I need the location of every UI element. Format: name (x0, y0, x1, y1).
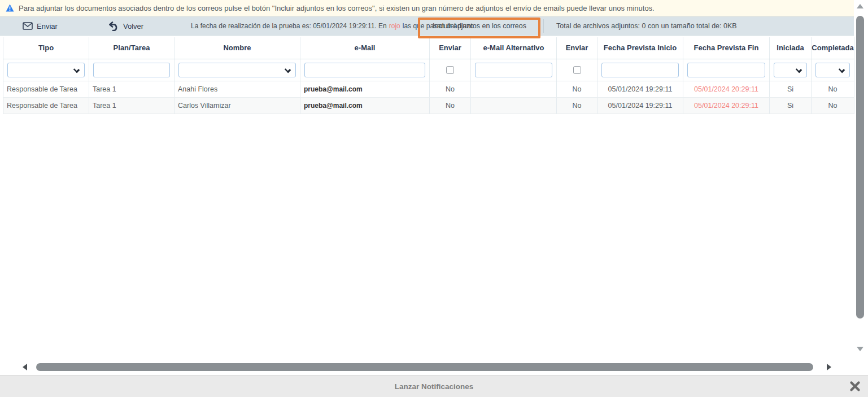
cell-iniciada: Si (770, 97, 812, 114)
cell-fecha-prevista-fin: 05/01/2024 20:29:11 (683, 81, 770, 97)
plan-tarea-filter-input[interactable] (93, 63, 170, 77)
filter-row (3, 59, 854, 81)
col-header-fecha-prevista-fin: Fecha Prevista Fin (683, 37, 770, 59)
iniciada-filter-select[interactable] (774, 63, 807, 77)
scroll-down-arrow-icon[interactable] (857, 347, 863, 351)
col-header-enviar-1: Enviar (430, 37, 471, 59)
scroll-left-arrow-icon[interactable] (23, 364, 27, 370)
table-row[interactable]: Responsable de Tarea Tarea 1 Carlos Vill… (3, 97, 854, 114)
col-header-plan-tarea: Plan/Tarea (89, 37, 175, 59)
chevron-down-icon (73, 66, 80, 72)
fecha-prevista-fin-filter-input[interactable] (687, 63, 765, 77)
cell-iniciada: Si (770, 81, 812, 97)
notifications-table: Tipo Plan/Tarea Nombre e-Mail Enviar e-M… (3, 37, 854, 114)
cell-tipo: Responsable de Tarea (3, 81, 89, 97)
cell-tipo: Responsable de Tarea (3, 97, 89, 114)
enviar-filter-checkbox-1[interactable] (446, 66, 454, 74)
col-header-fecha-prevista-inicio: Fecha Prevista Inicio (597, 37, 683, 59)
col-header-enviar-2: Enviar (557, 37, 597, 59)
incluir-adjuntos-button[interactable]: Incluir adjuntos en los correos (420, 16, 539, 36)
fecha-text-before: La fecha de realización de la prueba es:… (191, 22, 387, 30)
volver-button[interactable]: Volver (108, 16, 143, 36)
horizontal-scrollbar (0, 361, 854, 373)
table-header-row: Tipo Plan/Tarea Nombre e-Mail Enviar e-M… (3, 37, 854, 59)
close-icon (849, 385, 861, 394)
col-header-completada: Completada (812, 37, 854, 59)
cell-completada: No (812, 97, 854, 114)
chevron-down-icon (285, 66, 291, 72)
cell-enviar-1: No (430, 97, 471, 114)
fecha-prevista-inicio-filter-input[interactable] (601, 63, 679, 77)
close-button[interactable] (849, 381, 861, 393)
info-bar: Para adjuntar los documentos asociados d… (0, 0, 854, 16)
cell-enviar-2: No (557, 97, 597, 114)
nombre-filter-select[interactable] (178, 63, 296, 77)
table-row[interactable]: Responsable de Tarea Tarea 1 Anahi Flore… (3, 81, 854, 97)
cell-email: prueba@mail.com (300, 97, 430, 114)
cell-email: prueba@mail.com (300, 81, 430, 97)
totales-adjuntos-text: Total de archivos adjuntos: 0 con un tam… (556, 16, 737, 36)
cell-enviar-1: No (430, 81, 471, 97)
tipo-filter-select[interactable] (7, 63, 85, 77)
completada-filter-select[interactable] (815, 63, 850, 77)
envelope-icon (23, 22, 33, 30)
toolbar: Enviar Volver La fecha de realización de… (0, 16, 854, 36)
horizontal-scrollbar-thumb[interactable] (36, 363, 813, 371)
cell-fecha-prevista-inicio: 05/01/2024 19:29:11 (597, 81, 683, 97)
volver-label: Volver (123, 22, 143, 30)
warning-triangle-icon (6, 4, 14, 12)
cell-nombre: Carlos Villamizar (175, 97, 300, 114)
vertical-scrollbar-thumb[interactable] (856, 16, 864, 319)
col-header-iniciada: Iniciada (770, 37, 812, 59)
chevron-down-icon (796, 66, 802, 72)
vertical-scrollbar (854, 0, 866, 360)
lanzar-notificaciones-dialog: Para adjuntar los documentos asociados d… (0, 0, 868, 397)
scroll-up-arrow-icon[interactable] (857, 4, 863, 8)
email-alternativo-filter-input[interactable] (475, 63, 552, 77)
cell-email-alternativo (471, 97, 557, 114)
cell-enviar-2: No (557, 81, 597, 97)
cell-email-alternativo (471, 81, 557, 97)
enviar-filter-checkbox-2[interactable] (573, 66, 581, 74)
dialog-title: Lanzar Notificaciones (0, 376, 868, 397)
cell-completada: No (812, 81, 854, 97)
col-header-tipo: Tipo (3, 37, 89, 59)
undo-arrow-icon (108, 21, 119, 31)
fecha-text-rojo: rojo (389, 22, 400, 30)
cell-nombre: Anahi Flores (175, 81, 300, 97)
cell-fecha-prevista-inicio: 05/01/2024 19:29:11 (597, 97, 683, 114)
cell-fecha-prevista-fin: 05/01/2024 20:29:11 (683, 97, 770, 114)
enviar-label: Enviar (37, 22, 58, 30)
toolbar-separator (543, 19, 544, 33)
cell-plan-tarea: Tarea 1 (89, 97, 175, 114)
cell-plan-tarea: Tarea 1 (89, 81, 175, 97)
col-header-nombre: Nombre (175, 37, 300, 59)
col-header-email: e-Mail (300, 37, 430, 59)
info-message: Para adjuntar los documentos asociados d… (19, 4, 655, 12)
scroll-right-arrow-icon[interactable] (827, 364, 831, 370)
chevron-down-icon (839, 66, 845, 72)
email-filter-input[interactable] (304, 63, 425, 77)
col-header-email-alternativo: e-Mail Alternativo (471, 37, 557, 59)
enviar-button[interactable]: Enviar (23, 16, 58, 36)
dialog-footer: Lanzar Notificaciones (0, 375, 868, 397)
